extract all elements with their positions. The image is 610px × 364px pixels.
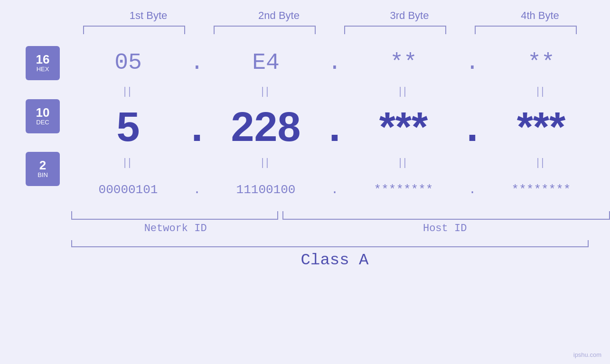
dec-d2: .	[323, 103, 347, 151]
bin-d2: .	[323, 183, 347, 197]
network-host-brackets-area: Network ID Host ID	[71, 211, 610, 234]
hex-badge-number: 16	[36, 53, 50, 65]
dec-badge-number: 10	[36, 106, 50, 119]
eq1-b2: ||	[209, 85, 323, 97]
bracket-byte3	[344, 26, 446, 34]
bin-b1: 00000101	[71, 183, 185, 197]
eq1-b3: ||	[347, 85, 460, 97]
hex-b2: E4	[209, 50, 323, 75]
dec-d1: .	[185, 103, 209, 151]
eq2-b3: ||	[347, 156, 460, 168]
bin-d3: .	[460, 183, 484, 197]
dec-b1: 5	[71, 103, 185, 151]
dec-b4: ***	[484, 103, 598, 151]
byte4-header: 4th Byte	[475, 9, 605, 22]
dec-d3: .	[460, 103, 484, 151]
bin-b2: 11100100	[209, 183, 323, 197]
bracket-gap	[278, 211, 282, 220]
network-bracket	[71, 211, 278, 220]
eq2-b2: ||	[209, 156, 323, 168]
dec-badge-label: DEC	[36, 119, 49, 126]
host-id-label: Host ID	[280, 223, 610, 234]
byte2-header: 2nd Byte	[214, 9, 344, 22]
eq1-b1: ||	[71, 85, 185, 97]
bin-badge: 2 BIN	[26, 152, 60, 186]
eq2-b4: ||	[484, 156, 598, 168]
badges-column: 16 HEX 10 DEC 2 BIN	[19, 44, 66, 207]
class-bracket	[71, 240, 589, 247]
top-brackets	[83, 26, 610, 34]
content-area: 16 HEX 10 DEC 2 BIN 05 . E4 .	[19, 44, 610, 207]
byte1-header: 1st Byte	[83, 9, 214, 22]
host-bracket	[282, 211, 610, 220]
bin-b4: ********	[484, 183, 598, 197]
dec-b3: ***	[347, 103, 460, 151]
eq2-b1: ||	[71, 156, 185, 168]
header-labels: 1st Byte 2nd Byte 3rd Byte 4th Byte	[83, 0, 610, 22]
dec-b2: 228	[209, 103, 323, 151]
bracket-byte4	[475, 26, 577, 34]
eq-row-2: || || || ||	[71, 153, 598, 172]
class-label: Class A	[71, 251, 598, 269]
watermark: ipshu.com	[573, 351, 601, 358]
class-area: Class A	[71, 240, 598, 269]
hex-b1: 05	[71, 50, 185, 75]
network-id-label: Network ID	[71, 223, 280, 234]
net-host-bracket-row	[71, 211, 610, 220]
net-host-label-row: Network ID Host ID	[71, 223, 610, 234]
dec-badge: 10 DEC	[26, 99, 60, 133]
bracket-byte2	[214, 26, 316, 34]
bin-row: 00000101 . 11100100 . ******** . *******…	[71, 172, 598, 207]
hex-row: 05 . E4 . ** . **	[71, 44, 598, 82]
hex-b3: **	[347, 50, 460, 75]
byte3-header: 3rd Byte	[344, 9, 475, 22]
eq-row-1: || || || ||	[71, 82, 598, 101]
bin-d1: .	[185, 183, 209, 197]
bin-b3: ********	[347, 183, 460, 197]
page-wrapper: 1st Byte 2nd Byte 3rd Byte 4th Byte 16 H…	[0, 0, 610, 364]
bracket-byte1	[83, 26, 185, 34]
badges-inner: 16 HEX 10 DEC 2 BIN	[26, 44, 60, 188]
hex-badge-label: HEX	[37, 65, 49, 73]
values-column: 05 . E4 . ** . ** || || || || 5 .	[71, 44, 598, 207]
bin-badge-label: BIN	[38, 171, 48, 179]
eq1-b4: ||	[484, 85, 598, 97]
hex-d3: .	[460, 50, 484, 75]
hex-badge: 16 HEX	[26, 46, 60, 80]
dec-row: 5 . 228 . *** . ***	[71, 101, 598, 153]
hex-d1: .	[185, 50, 209, 75]
hex-d2: .	[323, 50, 347, 75]
hex-b4: **	[484, 50, 598, 75]
bin-badge-number: 2	[39, 159, 46, 171]
